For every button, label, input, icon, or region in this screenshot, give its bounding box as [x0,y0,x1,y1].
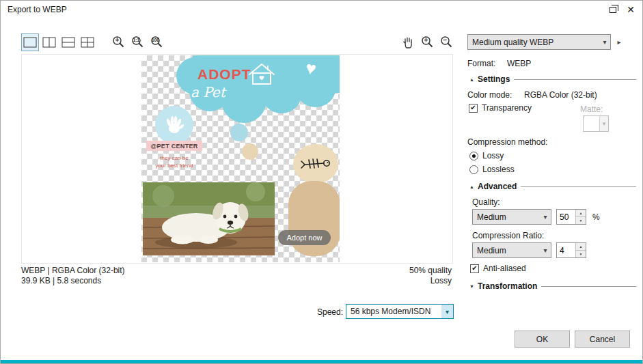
puppy-photo [143,182,275,255]
preset-dropdown-arrow-icon: ▾ [599,38,610,46]
quality-spin-buttons: ▲ ▼ [575,210,586,224]
adopt-now-pill: Adopt now [278,230,331,245]
ratio-spinner[interactable]: ▲ ▼ [556,242,586,258]
advanced-section-header[interactable]: ▲ Advanced [469,182,636,191]
two-horizontal-previews-button[interactable] [59,33,77,51]
speed-dropdown[interactable]: 56 kbps Modem/ISDN ▾ [346,304,454,319]
zoom-in-tool-button[interactable]: + [110,33,128,51]
cancel-button-label: Cancel [590,335,615,344]
transparency-checkbox[interactable]: ✔ [469,104,478,113]
lossy-row: Lossy [469,151,504,160]
compression-method-label: Compression method: [467,137,547,147]
app-accent-strip [1,360,642,363]
ratio-preset-value: Medium [473,246,540,255]
anti-aliased-checkbox[interactable]: ✔ [470,264,479,273]
pan-tool-button[interactable] [399,33,417,51]
spinner-up-icon: ▲ [579,245,583,249]
advanced-section-label: Advanced [478,182,517,191]
export-status-right: 50% quality Lossy [409,266,452,286]
speed-label: Speed: [312,307,343,317]
zoom-actual-size-button[interactable]: 1:1 [129,33,147,51]
ok-button[interactable]: OK [515,331,570,348]
four-previews-icon [81,37,94,48]
window-title: Export to WEBP [8,5,67,14]
compression-ratio-label: Compression Ratio: [472,231,544,240]
zoom-actual-icon: 1:1 [132,38,141,43]
matte-label: Matte: [580,104,603,114]
cancel-button[interactable]: Cancel [575,331,630,348]
two-vertical-previews-icon [42,37,56,48]
preset-flyout-button[interactable]: ▸ [614,34,625,50]
spinner-down-icon: ▼ [579,253,583,256]
fishbone-icon [299,152,332,176]
section-divider [521,186,636,187]
preview-pane[interactable]: ♥ ADOPT a Pet [21,54,453,264]
ratio-spin-down-button[interactable]: ▼ [576,251,586,257]
full-preview-icon [23,37,37,48]
section-divider [514,79,636,80]
artwork-tagline: they can be your best friend [144,154,204,169]
blue-dot-shape [230,124,248,141]
quality-dropdown-arrow-icon: ▾ [540,213,551,221]
settings-section-header[interactable]: ▲ Settings [469,74,636,84]
lossless-row: Lossless [469,165,515,174]
format-value: WEBP [507,59,531,68]
preset-value: Medium quality WEBP [468,38,599,47]
two-vertical-previews-button[interactable] [40,33,58,51]
radio-dot [472,154,476,158]
quality-unit-label: % [592,212,600,222]
quality-input[interactable] [557,210,575,224]
format-label: Format: [467,59,495,68]
close-button[interactable]: ✕ [623,3,638,16]
close-icon: ✕ [627,4,635,15]
check-icon: ✔ [471,265,477,272]
lossless-radio[interactable] [469,165,478,174]
quality-preset-value: Medium [473,212,540,222]
settings-section-label: Settings [478,74,510,84]
color-mode-label: Color mode: [467,90,512,100]
preset-dropdown[interactable]: Medium quality WEBP ▾ [467,34,611,50]
quality-label: Quality: [472,197,500,207]
artwork: ♥ ADOPT a Pet [141,55,340,262]
spinner-down-icon: ▼ [579,219,583,223]
matte-dropdown-arrow-icon: ▾ [599,116,608,131]
transformation-section-header[interactable]: ▼ Transformation [469,281,636,291]
quality-spinner[interactable]: ▲ ▼ [556,209,586,225]
ratio-spin-up-button[interactable]: ▲ [576,243,586,251]
matte-color-swatch [584,116,599,131]
ratio-preset-dropdown[interactable]: Medium ▾ [472,242,551,258]
spinner-up-icon: ▲ [579,212,583,215]
check-icon: ✔ [470,104,476,111]
artwork-subheadline: a Pet [191,84,225,100]
quality-info: 50% quality [409,266,452,276]
transformation-section-label: Transformation [478,281,537,291]
zoom-plus-icon: + [422,37,430,44]
ratio-spin-buttons: ▲ ▼ [575,243,586,257]
hand-icon [401,36,415,49]
quality-preset-dropdown[interactable]: Medium ▾ [472,209,551,225]
speed-value: 56 kbps Modem/ISDN [346,307,441,316]
anti-aliased-row: ✔ Anti-aliased [470,264,526,273]
color-mode-value: RGBA Color (32-bit) [524,90,597,100]
section-divider [541,286,636,287]
lossy-radio[interactable] [469,152,478,160]
four-previews-button[interactable] [79,33,96,51]
zoom-in-button[interactable]: + [419,33,437,51]
hand-badge [155,106,193,144]
export-status-left: WEBP | RGBA Color (32-bit) 39.9 KB | 5.8… [21,266,125,286]
transparency-label: Transparency [482,103,532,113]
maximize-icon [610,7,616,13]
zoom-plus-icon: + [113,37,122,44]
zoom-100-button[interactable]: 100 [148,33,166,51]
ratio-input[interactable] [557,243,575,257]
pet-center-badge: @PET CENTER [146,141,202,151]
artwork-headline: ADOPT [197,66,251,83]
zoom-out-button[interactable]: − [438,33,456,51]
quality-spin-down-button[interactable]: ▼ [576,217,586,224]
collapse-icon: ▼ [469,284,478,289]
two-horizontal-previews-icon [61,37,75,48]
maximize-button[interactable] [605,3,620,16]
compression-info: Lossy [409,276,452,286]
quality-spin-up-button[interactable]: ▲ [576,210,586,217]
full-preview-button[interactable] [21,33,39,51]
